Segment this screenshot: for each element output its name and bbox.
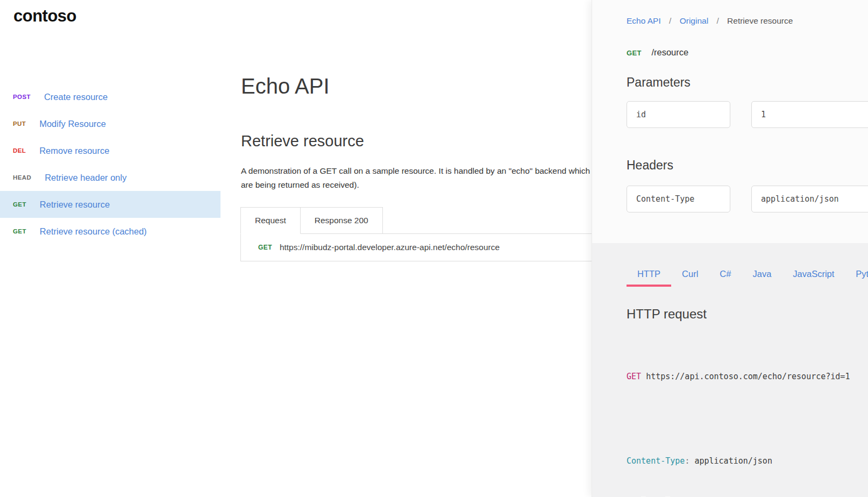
breadcrumb-separator: /: [716, 16, 718, 25]
request-method-badge: GET: [258, 244, 272, 251]
parameter-value-input[interactable]: [751, 101, 868, 128]
code-sample-section: HTTP Curl C# Java JavaScript Python HTTP…: [592, 243, 868, 497]
breadcrumb: Echo API / Original / Retrieve resource: [627, 16, 793, 26]
operation-console-panel: Echo API / Original / Retrieve resource …: [592, 0, 868, 497]
method-badge-get: GET: [13, 201, 26, 208]
sidebar-item-label: Retrieve header only: [45, 173, 126, 183]
sidebar-item-label: Create resource: [44, 92, 108, 102]
parameter-name-input[interactable]: [627, 101, 730, 128]
header-name-input[interactable]: [627, 186, 730, 212]
headers-title: Headers: [627, 158, 673, 173]
header-row: [627, 186, 868, 212]
lang-tab-javascript[interactable]: JavaScript: [782, 267, 845, 280]
sidebar-item-label: Retrieve resource: [40, 200, 110, 210]
sidebar-item-modify-resource[interactable]: PUT Modify Resource: [0, 110, 220, 137]
operation-title: Retrieve resource: [241, 132, 364, 150]
code-sample: GET https://api.contoso.com/echo/resourc…: [627, 343, 850, 497]
sidebar-item-label: Retrieve resource (cached): [40, 226, 147, 237]
sidebar-item-retrieve-header-only[interactable]: HEAD Retrieve header only: [0, 164, 220, 191]
request-url: https://mibudz-portal.developer.azure-ap…: [280, 243, 500, 252]
parameter-row: [627, 101, 868, 128]
api-title: Echo API: [241, 74, 330, 98]
breadcrumb-current: Retrieve resource: [727, 16, 793, 25]
sidebar-item-retrieve-resource-cached[interactable]: GET Retrieve resource (cached): [0, 218, 220, 245]
sidebar-item-label: Remove resource: [39, 146, 109, 156]
operations-sidebar: POST Create resource PUT Modify Resource…: [0, 83, 220, 245]
lang-tab-java[interactable]: Java: [742, 267, 782, 280]
sidebar-item-label: Modify Resource: [39, 119, 106, 129]
method-badge-head: HEAD: [13, 174, 31, 181]
tab-response-200[interactable]: Response 200: [301, 207, 383, 234]
lang-tab-http[interactable]: HTTP: [627, 267, 671, 280]
header-value-input[interactable]: [751, 186, 868, 212]
code-header-line: Ocp-Apim-Trace: true: [627, 495, 850, 497]
breadcrumb-revision-link[interactable]: Original: [680, 16, 708, 25]
tab-request[interactable]: Request: [240, 207, 301, 234]
brand-logo[interactable]: contoso: [13, 6, 76, 26]
code-header-line: Content-Type: application/json: [627, 455, 850, 468]
breadcrumb-separator: /: [669, 16, 671, 25]
lang-tab-python[interactable]: Python: [845, 267, 868, 280]
method-badge-put: PUT: [13, 120, 26, 127]
method-badge-delete: DEL: [13, 147, 26, 154]
code-sample-title: HTTP request: [627, 307, 707, 322]
method-badge-post: POST: [13, 94, 31, 100]
lang-tab-curl[interactable]: Curl: [671, 267, 709, 280]
lang-tab-csharp[interactable]: C#: [709, 267, 742, 280]
operation-path: /resource: [651, 47, 688, 57]
breadcrumb-api-link[interactable]: Echo API: [627, 16, 661, 25]
sidebar-item-create-resource[interactable]: POST Create resource: [0, 83, 220, 110]
code-blank-line: [627, 410, 850, 428]
operation-signature: GET /resource: [627, 47, 688, 58]
method-badge-get: GET: [13, 228, 26, 235]
language-tabs: HTTP Curl C# Java JavaScript Python: [627, 267, 868, 280]
sidebar-item-retrieve-resource[interactable]: GET Retrieve resource: [0, 191, 220, 218]
code-request-line: GET https://api.contoso.com/echo/resourc…: [627, 370, 850, 384]
parameters-title: Parameters: [627, 75, 691, 90]
method-badge-get: GET: [627, 49, 642, 57]
sidebar-item-remove-resource[interactable]: DEL Remove resource: [0, 137, 220, 164]
